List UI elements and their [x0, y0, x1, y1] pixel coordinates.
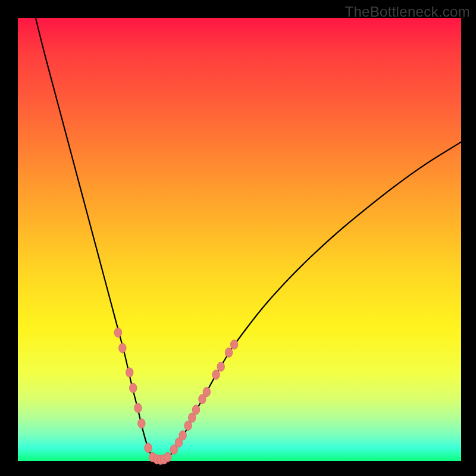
marker-point: [164, 452, 171, 462]
marker-point: [192, 405, 199, 415]
marker-point: [134, 403, 142, 413]
marker-point: [212, 370, 220, 380]
marker-point: [230, 340, 237, 349]
marker-point: [217, 362, 224, 371]
chart-svg: [0, 0, 476, 476]
marker-point: [179, 431, 186, 440]
curve-left-branch: [36, 18, 155, 459]
chart-container: TheBottleneck.com: [0, 0, 476, 476]
curve-right-branch: [164, 142, 461, 459]
marker-point: [138, 419, 145, 428]
marker-point: [203, 387, 210, 397]
marker-point: [126, 368, 133, 377]
marker-point: [225, 347, 232, 357]
marker-point: [129, 383, 136, 393]
marker-point: [145, 443, 152, 453]
marker-point: [114, 328, 121, 337]
marker-point: [119, 343, 126, 353]
